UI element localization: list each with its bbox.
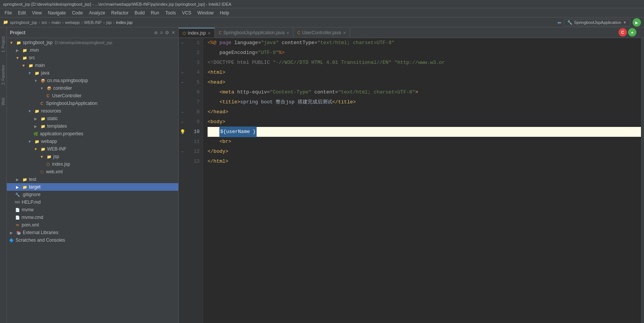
run-button[interactable]: ▶ xyxy=(633,18,641,27)
tree-item-webinf[interactable]: ▼ 📁 WEB-INF xyxy=(7,145,178,153)
breadcrumb-webinf[interactable]: WEB-INF xyxy=(84,20,102,25)
tree-item-static[interactable]: ▶ 📁 static xyxy=(7,115,178,122)
tree-label-mvnw: mvnw xyxy=(22,207,33,212)
menu-view[interactable]: View xyxy=(29,10,45,16)
folder-icon: 📁 xyxy=(40,146,46,152)
tab-close-index-jsp[interactable]: ✕ xyxy=(208,31,211,35)
fold-icon-8[interactable]: − xyxy=(181,110,184,114)
close-panel-icon[interactable]: ✕ xyxy=(171,30,175,35)
project-panel: Project ⊕ ≡ ⚙ ✕ ▼ 📁 springboot_jsp D:\de… xyxy=(7,27,179,323)
tree-item-ext-libs[interactable]: ▶ 📚 External Libraries xyxy=(7,229,178,236)
tree-item-jsp-folder[interactable]: ▼ 📁 jsp xyxy=(7,153,178,160)
menu-run[interactable]: Run xyxy=(148,10,162,16)
code-line-12: </body> xyxy=(208,147,641,157)
menu-tools[interactable]: Tools xyxy=(162,10,179,16)
expand-icon: ▼ xyxy=(27,70,33,76)
collapse-all-icon[interactable]: ≡ xyxy=(160,30,163,35)
tree-label-mvnw-cmd: mvnw.cmd xyxy=(22,215,43,220)
tree-item-springbootapp[interactable]: C SpringbootJspApplication xyxy=(7,100,178,107)
menu-vcs[interactable]: VCS xyxy=(179,10,195,16)
breadcrumb-webapp[interactable]: webapp xyxy=(65,20,80,25)
vertical-tab-web[interactable]: Web xyxy=(0,96,6,107)
menu-help[interactable]: Help xyxy=(217,10,232,16)
expand-icon: ▶ xyxy=(8,230,14,236)
code-editor[interactable]: − − − − − 💡 − 1 2 3 4 5 6 xyxy=(179,38,644,323)
tree-item-resources[interactable]: ▼ 📁 resources xyxy=(7,107,178,115)
menu-analyze[interactable]: Analyze xyxy=(86,10,108,16)
tree-label-templates: templates xyxy=(47,124,67,129)
tree-label-app-props: application.properties xyxy=(40,131,83,136)
tab-label-usercontroller: UserController.java xyxy=(302,30,341,35)
tree-item-main[interactable]: ▼ 📁 main xyxy=(7,62,178,69)
tab-usercontroller[interactable]: C UserController.java ✕ xyxy=(293,28,350,38)
tab-springboot-app[interactable]: C SpringbootJspApplication.java ✕ xyxy=(215,28,293,38)
vertical-tab-favorites[interactable]: 2: Favorites xyxy=(0,63,6,86)
breadcrumb-src[interactable]: src xyxy=(41,20,47,25)
menu-file[interactable]: File xyxy=(2,10,15,16)
breadcrumb-springboot-jsp[interactable]: springboot_jsp xyxy=(10,20,37,25)
gutter-11 xyxy=(179,137,186,147)
tree-item-java-root[interactable]: ▼ 📁 java xyxy=(7,69,178,77)
breadcrumb-main[interactable]: main xyxy=(52,20,61,25)
fold-icon-4[interactable]: − xyxy=(181,71,184,75)
tree-item-webxml[interactable]: ⬡ web.xml xyxy=(7,168,178,176)
intention-bulb-icon[interactable]: 💡 xyxy=(180,129,186,135)
code-line-4: <html> xyxy=(208,68,641,78)
tab-close-springboot-app[interactable]: ✕ xyxy=(286,31,289,35)
tree-item-templates[interactable]: ▶ 📁 templates xyxy=(7,122,178,130)
tree-item-usercontroller[interactable]: C UserController xyxy=(7,92,178,100)
tree-item-test[interactable]: ▶ 📁 test xyxy=(7,176,178,183)
tree-item-pom[interactable]: m pom.xml xyxy=(7,221,178,229)
menu-code[interactable]: Code xyxy=(69,10,86,16)
resources-folder-icon: 📁 xyxy=(34,108,40,114)
tree-item-index-jsp[interactable]: ⬡ index.jsp xyxy=(7,160,178,168)
run-config-dropdown[interactable]: 🔧 SpringbootJspApplication ▼ xyxy=(564,19,630,26)
tree-label-root: springboot_jsp xyxy=(23,40,52,45)
breadcrumb-jsp[interactable]: jsp xyxy=(106,20,111,25)
tree-item-src[interactable]: ▼ 📁 src xyxy=(7,54,178,62)
tree-label-help-md: HELP.md xyxy=(22,200,41,205)
gutter-5: − xyxy=(179,78,186,87)
settings-icon[interactable]: ⚙ xyxy=(165,30,169,35)
code-content[interactable]: <%@ page language="java" contentType="te… xyxy=(203,38,641,323)
line-num-9: 9 xyxy=(186,117,200,127)
tree-item-mvn[interactable]: ▶ 📁 .mvn xyxy=(7,46,178,54)
fold-icon-1[interactable]: − xyxy=(181,41,184,45)
fold-icon-9[interactable]: − xyxy=(181,120,184,124)
jsp-file-icon: ⬡ xyxy=(45,161,51,167)
tree-item-target[interactable]: ▶ 📁 target xyxy=(7,183,178,191)
menu-edit[interactable]: Edit xyxy=(15,10,29,16)
library-icon: 📚 xyxy=(16,230,22,236)
breadcrumb-index-jsp[interactable]: index.jsp xyxy=(116,20,132,25)
tree-item-webapp[interactable]: ▼ 📁 webapp xyxy=(7,138,178,145)
fold-icon-5[interactable]: − xyxy=(181,81,184,85)
tab-index-jsp[interactable]: ⬡ index.jsp ✕ xyxy=(179,28,215,38)
fold-icon-12[interactable]: − xyxy=(181,150,184,154)
line-num-8: 8 xyxy=(186,107,200,117)
file-icon: 📄 xyxy=(14,207,21,213)
menu-build[interactable]: Build xyxy=(132,10,148,16)
tree-item-package[interactable]: ▼ 📦 cn.ma.springbootjsp xyxy=(7,77,178,84)
tree-item-mvnw[interactable]: 📄 mvnw xyxy=(7,206,178,214)
menu-window[interactable]: Window xyxy=(194,10,217,16)
line-num-2: 2 xyxy=(186,48,200,58)
tree-item-mvnw-cmd[interactable]: 📄 mvnw.cmd xyxy=(7,214,178,221)
gutter-6 xyxy=(179,87,186,97)
menu-refactor[interactable]: Refactor xyxy=(108,10,132,16)
tree-item-help-md[interactable]: MD HELP.md xyxy=(7,198,178,206)
expand-icon: ▼ xyxy=(27,108,33,114)
tab-icon-java-main: C xyxy=(219,31,221,35)
tab-close-usercontroller[interactable]: ✕ xyxy=(343,31,346,35)
scroll-indicator[interactable] xyxy=(641,38,644,323)
tree-item-gitignore[interactable]: 🔧 .gitignore xyxy=(7,191,178,198)
vertical-tab-project[interactable]: 1: Project xyxy=(0,35,6,54)
tree-item-app-props[interactable]: 🌿 application.properties xyxy=(7,130,178,138)
back-arrow-icon[interactable]: ⬅ xyxy=(557,20,562,25)
menu-navigate[interactable]: Navigate xyxy=(45,10,69,16)
tree-item-controller[interactable]: ▼ 📦 controller xyxy=(7,84,178,92)
code-line-11: <br> xyxy=(208,137,641,147)
tree-item-root[interactable]: ▼ 📁 springboot_jsp D:\develop\idea\sprin… xyxy=(7,39,178,46)
expand-icon: ▼ xyxy=(33,78,39,84)
tree-item-scratches[interactable]: 🔷 Scratches and Consoles xyxy=(7,236,178,244)
locate-icon[interactable]: ⊕ xyxy=(154,30,158,35)
